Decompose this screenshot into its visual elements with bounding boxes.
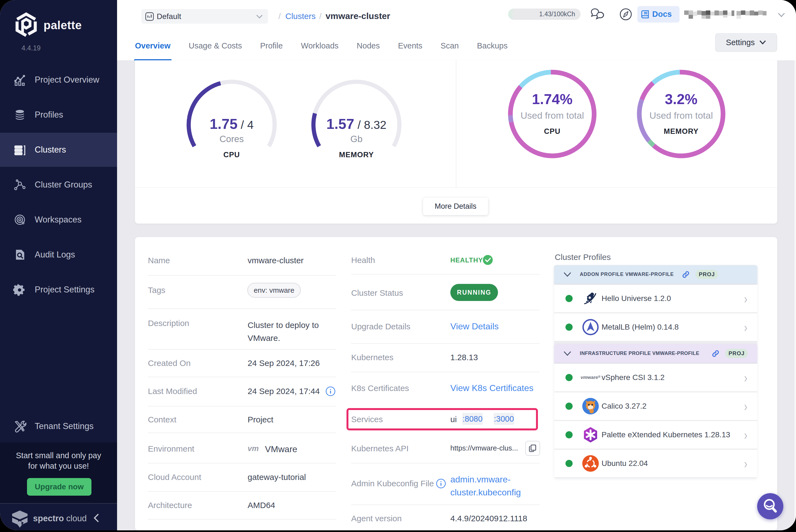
svg-text:Used from total: Used from total [520, 110, 584, 120]
svg-text:1.75 / 4: 1.75 / 4 [210, 116, 254, 132]
svg-text:CPU: CPU [544, 127, 561, 135]
svg-text:1.74%: 1.74% [532, 91, 572, 107]
svg-text:Used from total: Used from total [649, 110, 713, 120]
svg-text:MEMORY: MEMORY [339, 151, 374, 159]
svg-text:Cores: Cores [220, 134, 244, 144]
svg-text:CPU: CPU [223, 151, 240, 159]
svg-text:Gb: Gb [350, 134, 362, 144]
svg-text:MEMORY: MEMORY [664, 127, 699, 135]
svg-text:3.2%: 3.2% [665, 91, 698, 107]
svg-text:1.57 / 8.32: 1.57 / 8.32 [326, 116, 386, 132]
